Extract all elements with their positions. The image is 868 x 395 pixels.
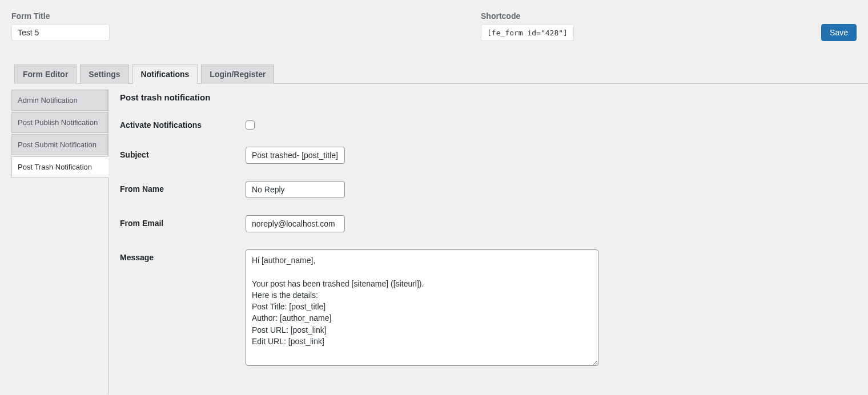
message-label: Message bbox=[120, 249, 246, 262]
form-title-group: Form Title bbox=[11, 11, 110, 41]
form-title-input[interactable] bbox=[11, 24, 110, 41]
from-name-input[interactable] bbox=[246, 181, 345, 198]
tab-settings[interactable]: Settings bbox=[80, 65, 128, 84]
from-email-label: From Email bbox=[120, 215, 246, 228]
tab-notifications[interactable]: Notifications bbox=[132, 65, 198, 84]
shortcode-value[interactable]: [fe_form id="428"] bbox=[481, 24, 574, 41]
side-tab-trash[interactable]: Post Trash Notification bbox=[11, 156, 108, 178]
panel-heading: Post trash notification bbox=[120, 92, 857, 102]
side-tab-submit[interactable]: Post Submit Notification bbox=[11, 134, 108, 155]
save-button[interactable]: Save bbox=[821, 24, 857, 41]
activate-checkbox[interactable] bbox=[246, 120, 255, 130]
tab-form-editor[interactable]: Form Editor bbox=[14, 65, 77, 84]
row-activate: Activate Notifications bbox=[120, 117, 857, 130]
from-name-label: From Name bbox=[120, 181, 246, 194]
tab-login-register[interactable]: Login/Register bbox=[201, 65, 274, 84]
activate-label: Activate Notifications bbox=[120, 117, 246, 130]
row-from-name: From Name bbox=[120, 181, 857, 198]
row-subject: Subject bbox=[120, 147, 857, 164]
subject-input[interactable] bbox=[246, 147, 345, 164]
side-tab-publish[interactable]: Post Publish Notification bbox=[11, 112, 108, 133]
row-message: Message bbox=[120, 249, 857, 366]
form-title-label: Form Title bbox=[11, 11, 110, 21]
shortcode-label: Shortcode bbox=[481, 11, 574, 21]
row-from-email: From Email bbox=[120, 215, 857, 232]
top-bar: Form Title Shortcode [fe_form id="428"] … bbox=[0, 0, 868, 41]
panel: Post trash notification Activate Notific… bbox=[108, 90, 868, 394]
content-area: Admin Notification Post Publish Notifica… bbox=[11, 90, 868, 394]
subject-label: Subject bbox=[120, 147, 246, 159]
from-email-input[interactable] bbox=[246, 215, 345, 232]
tabs-row: Form Editor Settings Notifications Login… bbox=[14, 64, 868, 84]
side-tab-admin[interactable]: Admin Notification bbox=[11, 90, 108, 111]
message-textarea[interactable] bbox=[246, 249, 598, 366]
shortcode-group: Shortcode [fe_form id="428"] bbox=[481, 11, 574, 41]
side-tabs: Admin Notification Post Publish Notifica… bbox=[11, 90, 108, 394]
